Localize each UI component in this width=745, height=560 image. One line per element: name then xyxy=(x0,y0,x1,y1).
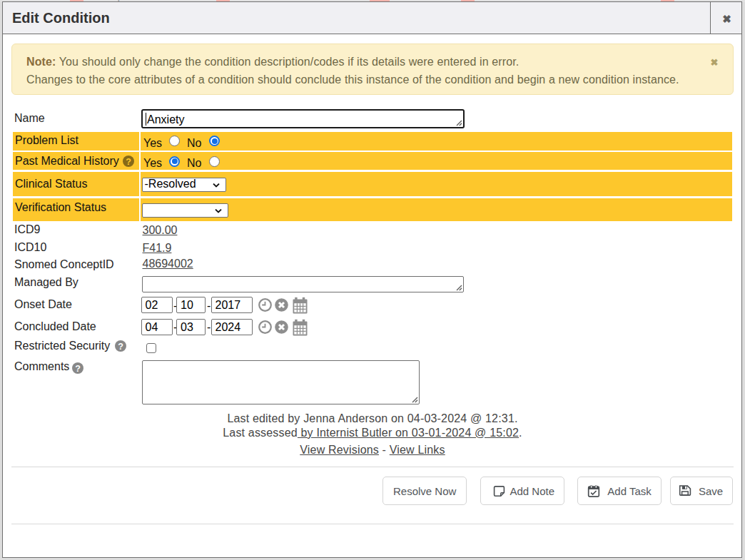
svg-text:?: ? xyxy=(75,364,81,374)
svg-text:?: ? xyxy=(126,156,131,166)
svg-text:?: ? xyxy=(118,341,123,351)
